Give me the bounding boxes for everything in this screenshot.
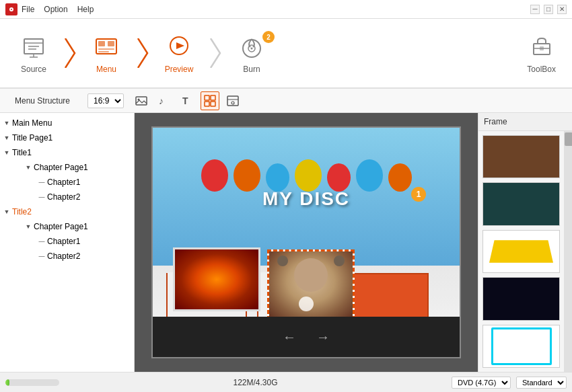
maximize-button[interactable]: □ [544,5,553,14]
tree-label: Chapter2 [47,251,80,261]
menu-label: Menu [96,65,116,74]
toolbox-button[interactable]: ToolBox [517,28,565,79]
svg-rect-28 [205,102,209,106]
sub-text-icon[interactable]: T [178,91,196,110]
titlebar: File Option Help ─ □ ✕ [0,0,572,19]
tree-label: Chapter1 [47,178,80,187]
svg-rect-13 [98,51,109,52]
tree-chapter2-t2[interactable]: — Chapter2 [0,249,134,264]
tree-main-menu[interactable]: ▼ Main Menu [0,116,134,130]
tree-chapter1-t1[interactable]: — Chapter1 [0,175,134,190]
tree-chapter1-t2[interactable]: — Chapter1 [0,234,134,249]
frame-panel-label: Frame [478,113,572,131]
tree-title1[interactable]: ▼ Title1 [0,145,134,160]
arrow-sep-3 [206,18,225,88]
nav-left-arrow[interactable]: ← [283,329,296,345]
tree-label: Chapter1 [47,237,80,246]
arrow-sep-2 [133,18,152,88]
disc-preview[interactable]: MY DISC 1 [151,126,461,358]
status-text: 122M/4.30G [65,378,446,387]
tree-chapter2-t1[interactable]: — Chapter2 [0,190,134,204]
toolbar-preview[interactable]: Preview [152,27,206,79]
frame-dark[interactable] [482,277,560,320]
nav-right-arrow[interactable]: → [316,329,330,345]
tree-label: Title2 [12,207,32,217]
menu-help[interactable]: Help [77,5,94,14]
svg-rect-29 [211,102,215,106]
expand-icon: ▼ [3,149,11,157]
expand-icon: ▼ [3,208,11,216]
svg-rect-27 [211,95,215,100]
tree-label: Chapter2 [47,192,80,202]
frame-yellow[interactable] [482,230,560,273]
source-label: Source [21,65,46,74]
svg-rect-22 [136,97,147,105]
balloons-decoration [153,128,460,195]
tree-title2[interactable]: ▼ Title2 [0,204,134,219]
toolbar-burn[interactable]: 2 Burn [225,27,279,79]
minimize-button[interactable]: ─ [530,5,540,14]
center-canvas: MY DISC 1 [135,113,478,372]
close-button[interactable]: ✕ [557,5,567,14]
svg-rect-11 [108,41,114,46]
app-icon [5,3,17,15]
toolbox-label: ToolBox [527,65,556,74]
svg-rect-12 [98,48,114,50]
aspect-ratio-select[interactable]: 16:9 4:3 [87,93,124,108]
quality-select[interactable]: Standard High Ultra [516,377,567,389]
progress-bar [5,379,59,386]
dvd-type-select[interactable]: DVD (4.7G) DVD (8.5G) Blu-ray [452,377,511,389]
left-panel: ▼ Main Menu ▼ Title Page1 ▼ Title1 ▼ Cha… [0,113,135,372]
menu-structure-label: Menu Structure [5,96,79,106]
frame-teal[interactable] [482,182,560,225]
expand-icon: ▼ [3,134,11,142]
svg-point-2 [11,9,12,10]
expand-icon: — [38,252,46,260]
expand-icon: — [38,193,46,201]
burn-badge: 2 [262,31,275,43]
progress-fill [5,379,9,386]
tree-chapter-page1-t2[interactable]: ▼ Chapter Page1 [0,219,134,234]
svg-rect-26 [205,95,209,100]
frame-brown[interactable] [482,135,560,178]
svg-marker-15 [176,42,184,49]
svg-point-32 [231,102,234,104]
expand-icon: ▼ [24,163,32,171]
titlebar-controls: ─ □ ✕ [530,5,567,14]
main-content: ▼ Main Menu ▼ Title Page1 ▼ Title1 ▼ Cha… [0,113,572,372]
source-icon [19,32,48,62]
menu-file[interactable]: File [22,5,34,14]
right-scrollbar[interactable] [564,131,572,372]
navigation-dot [299,297,314,311]
tree-title-page1[interactable]: ▼ Title Page1 [0,130,134,145]
svg-text:T: T [182,95,188,106]
svg-point-18 [251,48,253,50]
thumbnail-1[interactable] [173,247,260,311]
burn-label: Burn [243,65,260,74]
svg-rect-21 [540,46,544,50]
menu-option[interactable]: Option [44,5,67,14]
toolbar: Source Menu [0,19,572,89]
disc-title-text: MY DISC [262,188,350,210]
svg-rect-10 [98,41,105,46]
expand-icon: — [38,178,46,186]
subtoolbar: Menu Structure 16:9 4:3 ♪ T [0,89,572,113]
disc-badge: 1 [411,187,426,202]
tree-label: Main Menu [12,118,52,128]
tree-label: Chapter Page1 [34,163,88,172]
sub-layout-icon[interactable] [201,91,219,110]
frame-cyan[interactable] [482,325,560,368]
scene-background: MY DISC 1 [153,128,460,357]
toolbar-menu[interactable]: Menu [79,27,133,79]
tree-chapter-page1-t1[interactable]: ▼ Chapter Page1 [0,160,134,175]
sub-settings-icon[interactable] [223,91,242,110]
toolbar-source[interactable]: Source [7,27,61,79]
disc-navigation-bar[interactable]: ← → [153,317,460,357]
sub-image-icon[interactable] [132,91,151,110]
frames-list [478,131,564,372]
sub-audio-icon[interactable]: ♪ [155,91,174,110]
titlebar-menu: File Option Help [22,5,94,14]
preview-icon [164,32,194,62]
expand-icon: — [38,237,46,245]
tree-label: Title Page1 [12,133,52,143]
